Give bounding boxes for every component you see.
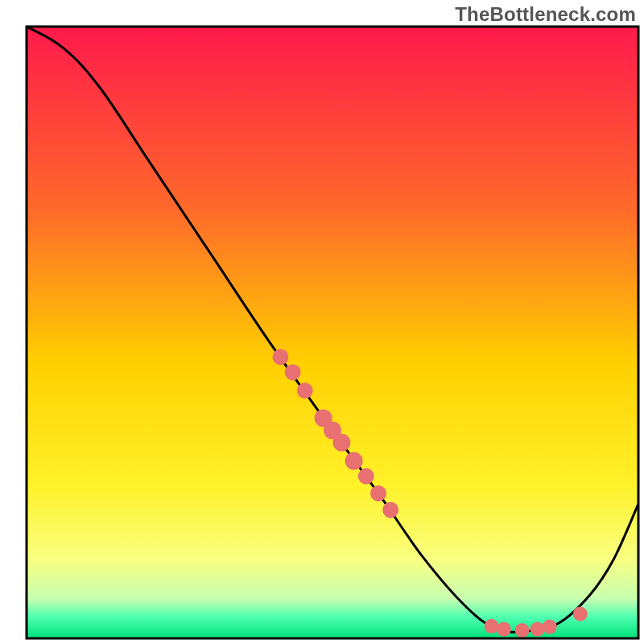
curve-marker — [515, 623, 530, 638]
curve-marker — [370, 485, 386, 502]
curve-marker — [345, 452, 363, 470]
curve-marker — [285, 364, 301, 380]
curve-marker — [332, 434, 350, 452]
curve-marker — [573, 607, 588, 621]
curve-marker — [543, 620, 557, 634]
plot-background — [27, 27, 638, 638]
curve-marker — [382, 502, 398, 518]
curve-marker — [485, 619, 499, 634]
curve-marker — [297, 382, 313, 398]
curve-marker — [272, 349, 288, 365]
curve-marker — [497, 622, 511, 637]
curve-marker — [530, 622, 545, 637]
bottleneck-curve-chart — [0, 0, 644, 644]
curve-marker — [358, 469, 374, 485]
attribution-text: TheBottleneck.com — [455, 3, 636, 26]
